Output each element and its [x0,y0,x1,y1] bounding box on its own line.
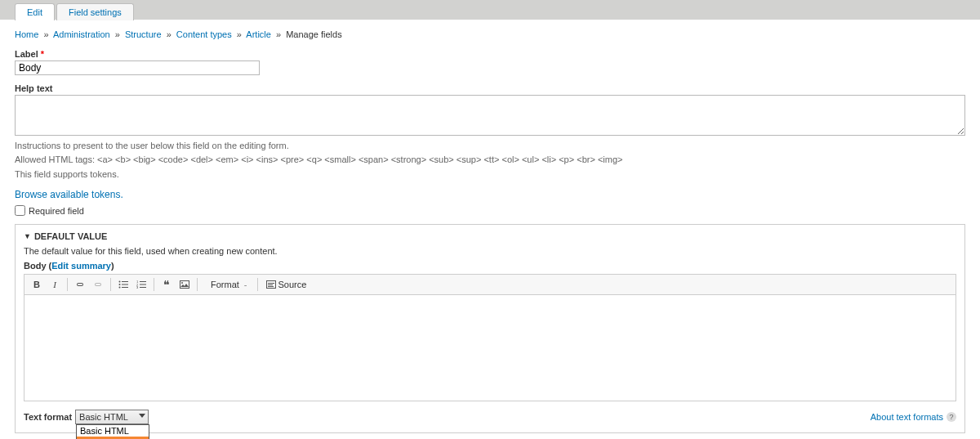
link-button[interactable] [73,277,87,292]
source-icon [266,280,276,289]
browse-tokens-link[interactable]: Browse available tokens. [15,189,123,200]
svg-text:3: 3 [136,285,139,289]
svg-point-4 [119,287,121,289]
default-value-fieldset: ▼ DEFAULT VALUE The default value for th… [15,224,965,433]
text-format-label: Text format [24,412,72,422]
tab-edit-label: Edit [27,7,42,17]
text-format-selected: Basic HTML [79,412,128,422]
toolbar-separator [110,278,111,291]
svg-rect-1 [122,281,128,282]
toolbar-separator [154,278,154,291]
breadcrumb-sep: » [167,29,172,39]
tab-field-settings[interactable]: Field settings [56,3,134,20]
image-button[interactable] [177,277,192,292]
collapse-icon: ▼ [24,232,31,240]
svg-rect-12 [180,281,189,289]
breadcrumb-home[interactable]: Home [15,29,38,39]
editor-toolbar: B I 123 ❝ Format - [24,274,956,295]
source-button-label: Source [278,280,307,289]
text-format-dropdown: Basic HTML Gutenberg Blocks Restricted H… [76,424,149,439]
breadcrumb-structure[interactable]: Structure [125,29,162,39]
svg-rect-3 [122,284,128,285]
unlink-button[interactable] [91,277,105,292]
breadcrumb-article[interactable]: Article [246,29,271,39]
format-dropdown[interactable]: Format - [206,280,252,289]
bullet-list-button[interactable] [116,277,131,292]
breadcrumb: Home » Administration » Structure » Cont… [15,29,965,39]
toolbar-separator [197,278,198,291]
svg-rect-15 [268,283,274,284]
svg-rect-16 [268,284,273,285]
body-field-label: Body (Edit summary) [24,261,956,271]
svg-rect-17 [268,286,274,287]
bold-button[interactable]: B [29,277,44,292]
help-text-desc-3: This field supports tokens. [15,168,965,181]
svg-rect-5 [122,287,128,288]
toolbar-separator [257,278,258,291]
help-text-desc-2: Allowed HTML tags: <a> <b> <big> <code> … [15,154,965,166]
default-value-note: The default value for this field, used w… [24,246,956,256]
blockquote-button[interactable]: ❝ [159,277,174,292]
default-value-legend-text: DEFAULT VALUE [34,231,107,241]
format-dropdown-label: Format [211,280,239,289]
required-field-checkbox[interactable] [15,205,25,216]
italic-button[interactable]: I [47,277,62,292]
editor-body[interactable] [24,295,956,401]
text-format-select[interactable]: Basic HTML [75,410,149,424]
svg-rect-11 [140,287,146,288]
breadcrumb-administration[interactable]: Administration [53,29,110,39]
default-value-legend[interactable]: ▼ DEFAULT VALUE [24,231,956,241]
tab-field-settings-label: Field settings [69,7,122,17]
text-format-option[interactable]: Basic HTML [77,425,149,437]
help-icon[interactable]: ? [947,412,956,422]
breadcrumb-current: Manage fields [286,29,342,39]
help-text-desc-1: Instructions to present to the user belo… [15,140,965,152]
about-text-formats-link[interactable]: About text formats [871,412,943,422]
chevron-down-icon [139,414,145,418]
breadcrumb-content-types[interactable]: Content types [176,29,232,39]
required-marker: * [41,49,44,59]
breadcrumb-sep: » [237,29,242,39]
svg-rect-7 [140,281,146,282]
svg-point-0 [119,281,121,283]
breadcrumb-sep: » [43,29,48,39]
help-text-textarea[interactable] [15,95,965,136]
label-input[interactable] [15,60,260,75]
required-field-label: Required field [29,206,84,216]
numbered-list-button[interactable]: 123 [134,277,149,292]
tab-bar: Edit Field settings [0,0,980,20]
breadcrumb-sep: » [276,29,281,39]
svg-rect-9 [140,284,146,285]
label-label: Label * [15,49,965,59]
source-button[interactable]: Source [266,280,307,289]
toolbar-separator [67,278,68,291]
tab-edit[interactable]: Edit [15,3,55,20]
breadcrumb-sep: » [115,29,120,39]
svg-point-13 [181,282,183,284]
edit-summary-link[interactable]: Edit summary [51,261,111,271]
help-text-label: Help text [15,83,965,93]
svg-point-2 [119,284,121,285]
